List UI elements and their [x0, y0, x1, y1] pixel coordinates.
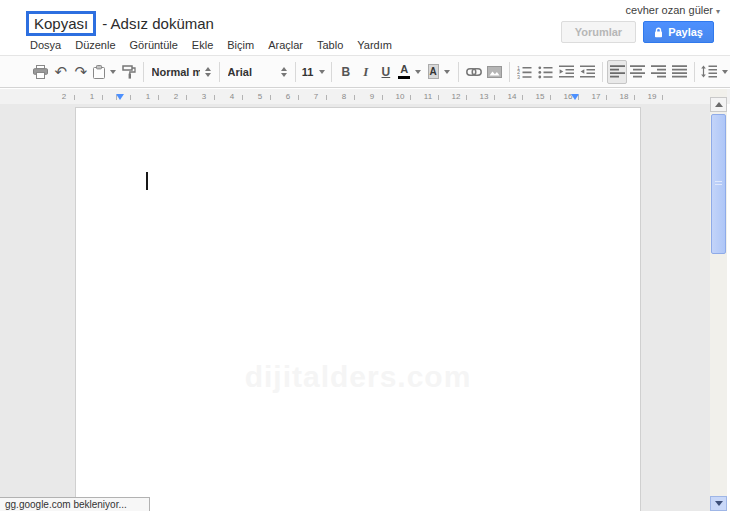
toolbar-separator [458, 62, 459, 82]
arrow-down-icon [715, 501, 723, 506]
menu-item-7[interactable]: Tablo [317, 39, 343, 51]
ruler-number: 8 [340, 92, 348, 101]
vertical-scrollbar[interactable] [710, 89, 727, 511]
underline-icon: U [382, 65, 391, 79]
ruler-number: 17 [590, 92, 603, 101]
ruler-number: 2 [172, 92, 180, 101]
menu-item-4[interactable]: Ekle [192, 39, 213, 51]
align-center-button[interactable] [627, 60, 648, 84]
ruler-number: 11 [422, 92, 434, 101]
ruler-number: 9 [368, 92, 376, 101]
styles-dropdown[interactable]: Normal m... [148, 60, 215, 84]
align-right-icon [651, 65, 666, 78]
title-selection-box[interactable]: Kopyası [26, 11, 96, 36]
align-center-icon [630, 65, 645, 78]
left-indent-marker[interactable] [116, 94, 124, 100]
font-size-dropdown[interactable]: 11 [300, 60, 327, 84]
chevron-down-icon [110, 70, 116, 74]
line-spacing-icon [701, 65, 717, 78]
toolbar-separator [295, 62, 296, 82]
toolbar-separator [143, 62, 144, 82]
align-left-icon [610, 65, 625, 78]
insert-link-button[interactable] [463, 60, 485, 84]
menu-item-8[interactable]: Yardım [357, 39, 392, 51]
stepper-icon [205, 67, 211, 77]
document-page[interactable]: dijitalders.com [75, 107, 641, 511]
header: cevher ozan güler▾ Kopyası - Adsız doküm… [0, 0, 730, 55]
paint-roller-icon [122, 65, 136, 79]
line-spacing-button[interactable] [699, 60, 730, 84]
indent-icon [580, 65, 595, 78]
bold-button[interactable]: B [336, 60, 356, 84]
numbered-list-button[interactable]: 123 [514, 60, 535, 84]
menu-item-1[interactable]: Dosya [30, 39, 61, 51]
comments-button[interactable]: Yorumlar [561, 21, 636, 43]
decrease-indent-button[interactable] [556, 60, 577, 84]
underline-button[interactable]: U [376, 60, 396, 84]
share-button-label: Paylaş [668, 26, 703, 38]
bulleted-list-icon [538, 65, 553, 79]
chevron-down-icon [319, 70, 325, 74]
increase-indent-button[interactable] [577, 60, 598, 84]
toolbar: ↶ ↷ Normal m... Arial 11 B I U A [0, 55, 730, 88]
toolbar-separator [509, 62, 510, 82]
italic-button[interactable]: I [356, 60, 376, 84]
share-button[interactable]: Paylaş [643, 21, 714, 43]
bold-icon: B [342, 65, 351, 79]
ruler-number: 15 [534, 92, 547, 101]
text-color-button[interactable]: A [396, 60, 424, 84]
ruler-number: 19 [646, 92, 659, 101]
undo-button[interactable]: ↶ [51, 60, 71, 84]
italic-icon: I [363, 64, 368, 80]
image-icon [487, 66, 502, 78]
redo-button[interactable]: ↷ [71, 60, 91, 84]
title-rest-text[interactable]: - Adsız doküman [102, 15, 214, 32]
paint-format-button[interactable] [119, 60, 139, 84]
header-buttons: Yorumlar Paylaş [561, 21, 714, 43]
watermark: dijitalders.com [245, 360, 472, 394]
printer-icon [33, 65, 48, 79]
font-dropdown[interactable]: Arial [224, 60, 291, 84]
svg-text:3: 3 [517, 74, 520, 79]
ruler-number: 7 [312, 92, 320, 101]
status-tooltip: gg.google.com bekleniyor... [0, 497, 150, 511]
highlight-color-button[interactable]: A [424, 60, 454, 84]
web-clipboard-button[interactable] [91, 60, 119, 84]
highlight-color-icon: A [428, 64, 439, 79]
stepper-icon [281, 67, 287, 77]
menu-item-2[interactable]: Düzenle [75, 39, 115, 51]
menu-item-3[interactable]: Görüntüle [130, 39, 178, 51]
ruler-number: 2 [60, 92, 68, 101]
right-indent-marker[interactable] [571, 94, 579, 100]
styles-value: Normal m... [152, 66, 200, 78]
insert-image-button[interactable] [484, 60, 505, 84]
justify-button[interactable] [669, 60, 690, 84]
align-left-button[interactable] [607, 60, 628, 84]
toolbar-separator [331, 62, 332, 82]
numbered-list-icon: 123 [517, 65, 532, 79]
google-docs-app: cevher ozan güler▾ Kopyası - Adsız doküm… [0, 0, 730, 511]
menubar: DosyaDüzenleGörüntüleEkleBiçimAraçlarTab… [30, 39, 406, 51]
outdent-icon [559, 65, 574, 78]
toolbar-separator [694, 62, 695, 82]
font-size-value: 11 [302, 66, 314, 78]
ruler-number: 1 [144, 92, 152, 101]
menu-item-6[interactable]: Araçlar [268, 39, 303, 51]
account-menu[interactable]: cevher ozan güler▾ [626, 4, 720, 16]
align-right-button[interactable] [648, 60, 669, 84]
ruler-number: 4 [228, 92, 236, 101]
clipboard-icon [93, 65, 105, 79]
ruler-number: 12 [450, 92, 463, 101]
chevron-down-icon [444, 70, 450, 74]
document-title: Kopyası - Adsız doküman [26, 11, 214, 36]
bulleted-list-button[interactable] [535, 60, 556, 84]
print-button[interactable] [30, 60, 51, 84]
menu-item-5[interactable]: Biçim [227, 39, 254, 51]
ruler-number: 13 [478, 92, 491, 101]
scroll-down-button[interactable] [710, 496, 727, 511]
link-icon [466, 68, 482, 76]
toolbar-separator [219, 62, 220, 82]
scrollbar-thumb[interactable] [711, 114, 726, 254]
scroll-up-button[interactable] [710, 97, 727, 112]
text-color-icon: A [398, 64, 410, 79]
